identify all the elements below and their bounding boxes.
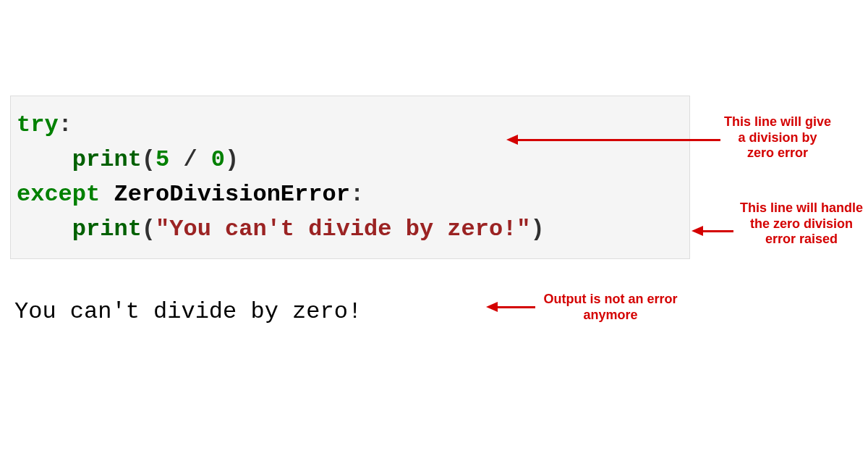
string-literal: "You can't divide by zero!"	[156, 216, 530, 242]
operator-divide: /	[169, 146, 211, 173]
annotation-division-error: This line will give a division by zero e…	[723, 114, 832, 161]
indent	[17, 146, 72, 173]
colon: :	[350, 181, 364, 208]
paren-close: )	[531, 216, 545, 242]
indent	[17, 216, 72, 242]
colon: :	[59, 111, 72, 138]
builtin-print: print	[72, 216, 142, 242]
paren-open: (	[142, 216, 156, 242]
output-text: You can't divide by zero!	[14, 298, 362, 325]
number-5: 5	[156, 146, 169, 173]
identifier-zerodivisionerror: ZeroDivisionError	[114, 181, 349, 208]
number-0: 0	[211, 146, 225, 173]
keyword-except: except	[17, 181, 100, 208]
code-block: try: print(5 / 0) except ZeroDivisionErr…	[10, 96, 690, 259]
keyword-try: try	[17, 111, 59, 138]
paren-open: (	[142, 146, 156, 173]
annotation-handle-error: This line will handle the zero division …	[736, 200, 867, 248]
builtin-print: print	[72, 146, 142, 173]
annotation-output-ok: Output is not an error anymore	[538, 292, 683, 323]
paren-close: )	[225, 146, 239, 173]
space	[100, 181, 114, 208]
